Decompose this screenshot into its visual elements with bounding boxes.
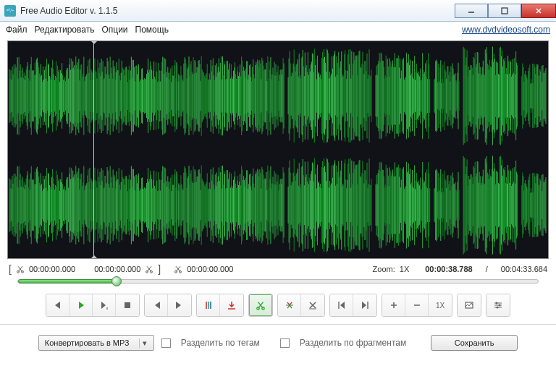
zoom-in-button[interactable] bbox=[382, 294, 405, 316]
zoom-label: Zoom: bbox=[373, 265, 395, 273]
settings-group bbox=[486, 294, 510, 317]
cursor-time: 00:00:00.000 bbox=[187, 265, 233, 273]
play-selection-button[interactable] bbox=[93, 294, 116, 316]
split-group bbox=[277, 294, 325, 317]
selection-start: 00:00:00.000 bbox=[29, 265, 75, 273]
svg-point-1455 bbox=[497, 307, 499, 309]
window-controls bbox=[455, 4, 556, 18]
selection-end-button[interactable] bbox=[353, 294, 376, 316]
svg-point-1451 bbox=[496, 302, 498, 304]
split-fragments-label: Разделить по фрагментам bbox=[300, 338, 406, 348]
waveform-channel-right bbox=[8, 150, 548, 259]
svg-point-1453 bbox=[499, 304, 501, 307]
view-group bbox=[457, 294, 481, 317]
play-button[interactable] bbox=[70, 294, 93, 316]
left-bracket: [ bbox=[9, 263, 12, 275]
window-title: Free Audio Editor v. 1.1.5 bbox=[20, 6, 118, 16]
nav-group bbox=[144, 294, 192, 317]
marker-download-button[interactable] bbox=[220, 294, 243, 316]
zoom-reset-button[interactable]: 1X bbox=[429, 294, 452, 316]
maximize-button[interactable] bbox=[488, 4, 521, 18]
seek-fill bbox=[18, 279, 117, 284]
delete-cut-button[interactable] bbox=[301, 294, 324, 316]
total-duration: 00:04:33.684 bbox=[501, 265, 547, 273]
menubar: Файл Редактировать Опции Помощь www.dvdv… bbox=[0, 22, 556, 38]
settings-button[interactable] bbox=[486, 294, 510, 316]
zoom-group: 1X bbox=[382, 294, 452, 317]
picture-button[interactable] bbox=[458, 294, 481, 316]
toolbar: 1X bbox=[0, 289, 556, 324]
join-cuts-button[interactable] bbox=[278, 294, 301, 316]
chevron-down-icon: ▾ bbox=[139, 338, 151, 348]
cut-group bbox=[248, 294, 273, 317]
seek-slider[interactable] bbox=[17, 279, 539, 284]
svg-rect-1433 bbox=[125, 302, 130, 308]
stop-button[interactable] bbox=[116, 294, 139, 316]
zoom-out-button[interactable] bbox=[405, 294, 429, 316]
right-bracket: ] bbox=[158, 263, 161, 275]
menu-options[interactable]: Опции bbox=[101, 25, 127, 35]
marker-group bbox=[196, 294, 244, 317]
playback-position: 00:00:38.788 bbox=[425, 265, 472, 273]
selection-end: 00:00:00.000 bbox=[94, 265, 140, 273]
close-button[interactable] bbox=[521, 4, 556, 18]
time-separator: / bbox=[486, 265, 488, 273]
playhead[interactable] bbox=[93, 41, 94, 258]
menu-edit[interactable]: Редактировать bbox=[35, 25, 95, 35]
bottom-bar: Конвертировать в MP3 ▾ Разделить по тега… bbox=[0, 324, 556, 361]
site-link[interactable]: www.dvdvideosoft.com bbox=[462, 25, 550, 35]
split-tags-label: Разделить по тегам bbox=[181, 338, 260, 348]
seek-thumb[interactable] bbox=[111, 276, 122, 286]
menu-file[interactable]: Файл bbox=[6, 25, 28, 35]
app-icon bbox=[4, 5, 16, 17]
svg-rect-1 bbox=[502, 8, 507, 14]
playback-group bbox=[46, 294, 140, 317]
scissors-icon bbox=[145, 265, 153, 273]
format-select[interactable]: Конвертировать в MP3 ▾ bbox=[38, 335, 154, 351]
scissors-icon bbox=[16, 265, 25, 273]
waveform-channel-left bbox=[8, 41, 548, 150]
add-marker-button[interactable] bbox=[197, 294, 220, 316]
skip-back-button[interactable] bbox=[46, 294, 70, 316]
time-readout-row: [ 00:00:00.000 00:00:00.000 ] 00:00:00.0… bbox=[0, 259, 556, 276]
waveform-area[interactable] bbox=[7, 41, 549, 259]
split-fragments-checkbox[interactable] bbox=[280, 338, 290, 348]
cut-button[interactable] bbox=[249, 294, 272, 316]
scissors-icon bbox=[174, 265, 182, 273]
zoom-value: 1X bbox=[400, 265, 409, 273]
split-tags-checkbox[interactable] bbox=[161, 338, 171, 348]
menu-help[interactable]: Помощь bbox=[135, 25, 169, 35]
selection-nav-group bbox=[329, 294, 377, 317]
format-select-label: Конвертировать в MP3 bbox=[45, 338, 130, 347]
seek-slider-row bbox=[0, 276, 556, 289]
minimize-button[interactable] bbox=[455, 4, 488, 18]
next-button[interactable] bbox=[168, 294, 191, 316]
titlebar: Free Audio Editor v. 1.1.5 bbox=[0, 0, 556, 22]
prev-button[interactable] bbox=[145, 294, 168, 316]
save-button[interactable]: Сохранить bbox=[431, 335, 518, 351]
selection-start-button[interactable] bbox=[330, 294, 353, 316]
